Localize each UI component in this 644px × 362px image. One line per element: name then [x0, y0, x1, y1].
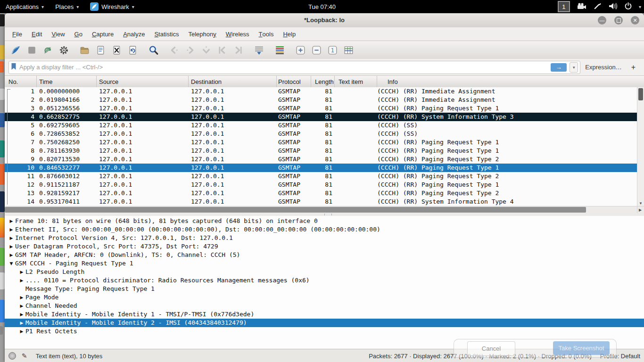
- detail-row[interactable]: ▶User Datagram Protocol, Src Port: 47375…: [5, 242, 644, 251]
- detail-row[interactable]: ▼GSM CCCH - Paging Request Type 1: [5, 259, 644, 268]
- collapsed-arrow-icon[interactable]: ▶: [8, 242, 14, 251]
- detail-row[interactable]: ▶Internet Protocol Version 4, Src: 127.0…: [5, 234, 644, 242]
- collapsed-arrow-icon[interactable]: ▶: [8, 225, 14, 234]
- column-header-info[interactable]: Info: [377, 76, 644, 88]
- menu-wireless[interactable]: Wireless: [221, 27, 254, 41]
- detail-row[interactable]: ▶GSM TAP Header, ARFCN: 0 (Downlink), TS…: [5, 251, 644, 259]
- menu-analyze[interactable]: Analyze: [118, 27, 149, 41]
- scroll-right-arrow[interactable]: ▶: [637, 206, 643, 213]
- packet-row-13[interactable]: 130.928159217127.0.0.1127.0.0.1GSMTAP81(…: [5, 189, 644, 197]
- filter-history-dropdown[interactable]: ▾: [570, 62, 578, 73]
- menu-tools[interactable]: Tools: [254, 27, 279, 41]
- detail-row[interactable]: ▶P1 Rest Octets: [5, 327, 644, 336]
- apply-filter-button[interactable]: →: [551, 63, 567, 72]
- packet-row-7[interactable]: 70.750268250127.0.0.1127.0.0.1GSMTAP81(C…: [5, 138, 644, 147]
- expanded-arrow-icon[interactable]: ▼: [8, 259, 14, 268]
- packet-row-6[interactable]: 60.728653852127.0.0.1127.0.0.1GSMTAP81(C…: [5, 130, 644, 138]
- packet-row-12[interactable]: 120.911521187127.0.0.1127.0.0.1GSMTAP81(…: [5, 181, 644, 189]
- menu-capture[interactable]: Capture: [87, 27, 118, 41]
- packet-row-11[interactable]: 110.876603012127.0.0.1127.0.0.1GSMTAP81(…: [5, 172, 644, 181]
- menu-view[interactable]: View: [47, 27, 69, 41]
- maximize-button[interactable]: [614, 16, 623, 25]
- packet-row-3[interactable]: 30.051236556127.0.0.1127.0.0.1GSMTAP81(C…: [5, 104, 644, 113]
- collapsed-arrow-icon[interactable]: ▶: [19, 319, 25, 327]
- go-last-icon[interactable]: [231, 43, 245, 58]
- packet-row-5[interactable]: 50.692759605127.0.0.1127.0.0.1GSMTAP81(C…: [5, 121, 644, 130]
- packet-row-14[interactable]: 140.953170411127.0.0.1127.0.0.1GSMTAP81(…: [5, 197, 644, 206]
- collapsed-arrow-icon[interactable]: ▶: [19, 310, 25, 319]
- collapsed-arrow-icon[interactable]: ▶: [8, 234, 14, 242]
- chevron-down-icon[interactable]: ▾: [639, 4, 641, 9]
- detail-row[interactable]: ▶L2 Pseudo Length: [5, 268, 644, 276]
- column-header-destination[interactable]: Destination: [189, 76, 277, 88]
- stop-capture-icon[interactable]: [25, 43, 39, 58]
- column-header-length[interactable]: Length: [311, 76, 335, 88]
- close-button[interactable]: ✕: [631, 16, 639, 25]
- scroll-down-arrow[interactable]: ▼: [637, 201, 644, 206]
- expression-button[interactable]: Expression…: [580, 64, 626, 71]
- expert-info-icon[interactable]: [8, 352, 16, 360]
- menu-telephony[interactable]: Telephony: [183, 27, 221, 41]
- packet-row-4[interactable]: 40.662852775127.0.0.1127.0.0.1GSMTAP81(C…: [5, 113, 644, 121]
- column-header-no[interactable]: No.: [5, 76, 37, 88]
- scrollbar-thumb[interactable]: [5, 207, 586, 213]
- detail-row[interactable]: ▶Mobile Identity - Mobile Identity 1 - T…: [5, 310, 644, 319]
- go-forward-icon[interactable]: [183, 43, 197, 58]
- zoom-in-icon[interactable]: [293, 43, 307, 58]
- colorize-icon[interactable]: [272, 43, 287, 58]
- display-filter-input[interactable]: Apply a display filter ... <Ctrl-/> → ▾: [8, 61, 580, 74]
- detail-row[interactable]: ▶Frame 10: 81 bytes on wire (648 bits), …: [5, 217, 644, 225]
- packet-row-1[interactable]: 10.000000000127.0.0.1127.0.0.1GSMTAP81(C…: [5, 87, 644, 96]
- power-icon[interactable]: [624, 2, 632, 11]
- packet-row-8[interactable]: 80.781163930127.0.0.1127.0.0.1GSMTAP81(C…: [5, 147, 644, 155]
- bookmark-icon[interactable]: [11, 63, 17, 72]
- detail-row[interactable]: Message Type: Paging Request Type 1: [5, 285, 644, 293]
- detail-row[interactable]: ▶Mobile Identity - Mobile Identity 2 - I…: [5, 319, 644, 327]
- packet-row-2[interactable]: 20.019804166127.0.0.1127.0.0.1GSMTAP81(C…: [5, 96, 644, 104]
- applications-menu[interactable]: Applications ▾: [0, 0, 50, 13]
- packet-row-9[interactable]: 90.820713530127.0.0.1127.0.0.1GSMTAP81(C…: [5, 155, 644, 164]
- menu-go[interactable]: Go: [70, 27, 87, 41]
- packet-row-10[interactable]: 100.846532277127.0.0.1127.0.0.1GSMTAP81(…: [5, 164, 644, 172]
- detail-row[interactable]: ▶.... 0110 = Protocol discriminator: Rad…: [5, 276, 644, 285]
- input-tool-icon[interactable]: [594, 2, 602, 11]
- wireshark-app-menu[interactable]: Wireshark ▾: [84, 0, 140, 13]
- volume-icon[interactable]: [608, 2, 618, 11]
- column-header-source[interactable]: Source: [97, 76, 189, 88]
- restart-capture-icon[interactable]: [41, 43, 55, 58]
- screen-recorder-icon[interactable]: [577, 3, 587, 11]
- go-back-icon[interactable]: [167, 43, 181, 58]
- column-header-text-item[interactable]: Text item: [335, 76, 377, 88]
- resize-columns-icon[interactable]: [341, 43, 355, 58]
- save-file-icon[interactable]: [93, 43, 107, 58]
- take-screenshot-button[interactable]: Take Screenshot: [553, 341, 610, 355]
- menu-statistics[interactable]: Statistics: [149, 27, 183, 41]
- scrollbar-thumb[interactable]: [638, 88, 643, 100]
- zoom-out-icon[interactable]: [309, 43, 323, 58]
- capture-comment-icon[interactable]: ✎: [22, 352, 27, 360]
- titlebar[interactable]: *Loopback: lo — ✕: [5, 13, 644, 28]
- go-first-icon[interactable]: [215, 43, 229, 58]
- reload-file-icon[interactable]: [125, 43, 140, 58]
- close-file-icon[interactable]: [109, 43, 124, 58]
- collapsed-arrow-icon[interactable]: ▶: [19, 268, 25, 276]
- detail-row[interactable]: ▶Channel Needed: [5, 302, 644, 310]
- minimize-button[interactable]: —: [598, 16, 606, 25]
- splitter-handle[interactable]: [324, 214, 332, 215]
- zoom-100-icon[interactable]: 1: [325, 43, 339, 58]
- auto-scroll-icon[interactable]: [252, 43, 266, 58]
- start-capture-icon[interactable]: [8, 43, 23, 58]
- find-packet-icon[interactable]: [146, 43, 160, 58]
- collapsed-arrow-icon[interactable]: ▶: [19, 302, 25, 310]
- packet-list-horizontal-scrollbar[interactable]: ▶: [5, 206, 644, 214]
- collapsed-arrow-icon[interactable]: ▶: [19, 276, 25, 285]
- collapsed-arrow-icon[interactable]: ▶: [19, 293, 25, 302]
- places-menu[interactable]: Places ▾: [50, 0, 84, 13]
- cancel-button[interactable]: Cancel: [467, 341, 515, 356]
- packet-list-vertical-scrollbar[interactable]: ▼: [637, 87, 644, 206]
- detail-row[interactable]: ▶Ethernet II, Src: 00:00:00_00:00:00 (00…: [5, 225, 644, 234]
- open-file-icon[interactable]: [77, 43, 91, 58]
- workspace-indicator[interactable]: 1: [558, 1, 570, 12]
- column-header-time[interactable]: Time: [37, 76, 97, 88]
- capture-options-icon[interactable]: [57, 43, 71, 58]
